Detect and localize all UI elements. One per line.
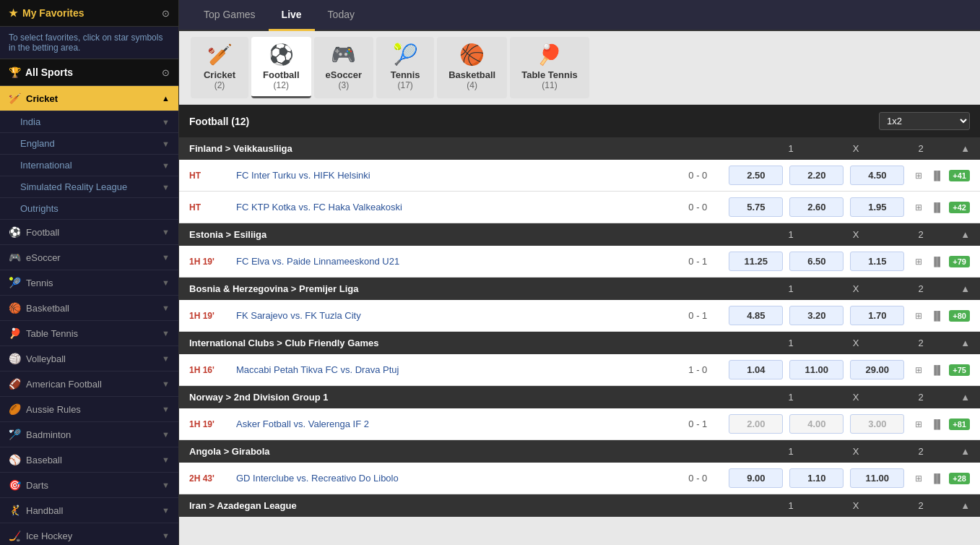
sidebar-item-american-football[interactable]: 🏈 American Football ▼ xyxy=(0,372,178,397)
sidebar-item-cricket[interactable]: 🏏 Cricket ▲ xyxy=(0,86,178,111)
odd2-button[interactable]: 29.00 xyxy=(850,360,904,379)
plus-markets-badge[interactable]: +80 xyxy=(949,310,970,322)
oddx-button[interactable]: 11.00 xyxy=(789,360,844,379)
bar-chart-icon[interactable]: ▐▌ xyxy=(928,169,946,182)
odd1-button[interactable]: 4.85 xyxy=(729,306,783,325)
oddx-button[interactable]: 6.50 xyxy=(789,252,844,271)
odd1-button[interactable]: 11.25 xyxy=(729,252,783,271)
sidebar-item-label: eSoccer xyxy=(26,252,61,263)
chevron-up-icon[interactable]: ▲ xyxy=(961,143,970,154)
plus-markets-badge[interactable]: +81 xyxy=(949,419,970,430)
plus-markets-badge[interactable]: +79 xyxy=(949,256,970,267)
oddx-button[interactable]: 2.20 xyxy=(789,166,844,185)
odd2-button[interactable]: 3.00 xyxy=(850,414,904,434)
plus-markets-badge[interactable]: +75 xyxy=(949,364,970,376)
chevron-up-icon[interactable]: ▲ xyxy=(961,446,970,457)
chevron-up-icon[interactable]: ▲ xyxy=(961,283,970,294)
handball-icon: 🤾 xyxy=(9,505,20,516)
sidebar-sub-srl[interactable]: Simulated Reality League ▼ xyxy=(0,176,178,198)
odd2-button[interactable]: 1.15 xyxy=(850,252,904,271)
sport-btn-cricket[interactable]: 🏏 Cricket (2) xyxy=(191,37,248,98)
bar-chart-icon[interactable]: ▐▌ xyxy=(928,364,946,377)
chevron-up-icon[interactable]: ▲ xyxy=(961,229,970,240)
sidebar-item-darts[interactable]: 🎯 Darts ▼ xyxy=(0,473,178,498)
all-sports-header[interactable]: 🏆 All Sports ⊙ xyxy=(0,59,178,86)
plus-markets-badge[interactable]: +42 xyxy=(949,202,970,213)
table-row: HT FC KTP Kotka vs. FC Haka Valkeakoski … xyxy=(179,192,980,223)
all-sports-expand-icon[interactable]: ⊙ xyxy=(162,67,170,78)
sidebar-item-label: Football xyxy=(26,227,59,238)
oddx-button[interactable]: 3.20 xyxy=(789,306,844,325)
sidebar-sub-outrights[interactable]: Outrights xyxy=(0,198,178,220)
odd2-button[interactable]: 11.00 xyxy=(850,468,904,488)
match-actions: ⊞ ▐▌ +28 xyxy=(912,472,970,485)
odds-select[interactable]: 1x2 Asian Handicap Over/Under xyxy=(879,112,970,130)
stats-icon[interactable]: ⊞ xyxy=(912,364,925,377)
basketball-icon: 🏀 xyxy=(9,302,20,314)
sidebar-item-baseball[interactable]: ⚾ Baseball ▼ xyxy=(0,447,178,473)
american-football-icon: 🏈 xyxy=(9,378,20,390)
chevron-down-icon: ▼ xyxy=(162,354,170,363)
stats-icon[interactable]: ⊞ xyxy=(912,309,925,322)
sidebar-item-label: Aussie Rules xyxy=(26,404,81,415)
stats-icon[interactable]: ⊞ xyxy=(912,472,925,485)
plus-markets-badge[interactable]: +28 xyxy=(949,473,970,484)
odds-buttons: 9.00 1.10 11.00 xyxy=(727,468,906,488)
sport-btn-tennis[interactable]: 🎾 Tennis (17) xyxy=(376,37,434,98)
bar-chart-icon[interactable]: ▐▌ xyxy=(928,255,946,268)
oddx-button[interactable]: 1.10 xyxy=(789,468,844,488)
chevron-up-icon[interactable]: ▲ xyxy=(961,392,970,403)
chevron-up-icon[interactable]: ▲ xyxy=(961,338,970,348)
aussie-rules-icon: 🏉 xyxy=(9,403,20,415)
sidebar-sub-india[interactable]: India ▼ xyxy=(0,111,178,133)
odd1-button[interactable]: 2.00 xyxy=(729,414,783,434)
sidebar-sub-international[interactable]: International ▼ xyxy=(0,155,178,176)
bar-chart-icon[interactable]: ▐▌ xyxy=(928,201,946,214)
oddx-button[interactable]: 2.60 xyxy=(789,197,844,217)
odd2-button[interactable]: 1.95 xyxy=(850,197,904,217)
stats-icon[interactable]: ⊞ xyxy=(912,418,925,431)
stats-icon[interactable]: ⊞ xyxy=(912,201,925,214)
tab-top-games[interactable]: Top Games xyxy=(191,0,269,31)
favorites-chevron-icon[interactable]: ⊙ xyxy=(162,8,170,19)
sidebar-item-volleyball[interactable]: 🏐 Volleyball ▼ xyxy=(0,346,178,372)
plus-markets-badge[interactable]: +41 xyxy=(949,170,970,181)
odd2-button[interactable]: 4.50 xyxy=(850,166,904,185)
stats-icon[interactable]: ⊞ xyxy=(912,169,925,182)
sidebar: ★ My Favorites ⊙ To select favorites, cl… xyxy=(0,0,179,545)
sport-btn-basketball[interactable]: 🏀 Basketball (4) xyxy=(437,37,507,98)
chevron-down-icon: ▼ xyxy=(162,140,170,148)
sport-btn-table-tennis[interactable]: 🏓 Table Tennis (11) xyxy=(510,37,589,98)
sidebar-item-handball[interactable]: 🤾 Handball ▼ xyxy=(0,498,178,523)
tab-live[interactable]: Live xyxy=(269,0,315,31)
sidebar-item-esoccer[interactable]: 🎮 eSoccer ▼ xyxy=(0,245,178,270)
oddx-button[interactable]: 4.00 xyxy=(789,414,844,434)
sidebar-item-tennis[interactable]: 🎾 Tennis ▼ xyxy=(0,270,178,296)
sidebar-item-badminton[interactable]: 🏸 Badminton ▼ xyxy=(0,422,178,447)
favorites-header[interactable]: ★ My Favorites ⊙ xyxy=(0,0,178,27)
odd1-button[interactable]: 9.00 xyxy=(729,468,783,488)
sidebar-item-label: Baseball xyxy=(26,455,62,465)
odd1-button[interactable]: 1.04 xyxy=(729,360,783,379)
sidebar-sub-england[interactable]: England ▼ xyxy=(0,133,178,155)
football-icon: ⚽ xyxy=(9,226,20,238)
sidebar-item-ice-hockey[interactable]: 🏒 Ice Hockey ▼ xyxy=(0,523,178,545)
sidebar-item-aussie-rules[interactable]: 🏉 Aussie Rules ▼ xyxy=(0,397,178,422)
odd1-button[interactable]: 5.75 xyxy=(729,197,783,217)
sidebar-item-basketball[interactable]: 🏀 Basketball ▼ xyxy=(0,296,178,321)
favorites-title: My Favorites xyxy=(22,7,84,19)
sidebar-item-football[interactable]: ⚽ Football ▼ xyxy=(0,220,178,245)
stats-icon[interactable]: ⊞ xyxy=(912,255,925,268)
odd1-button[interactable]: 2.50 xyxy=(729,166,783,185)
odd2-button[interactable]: 1.70 xyxy=(850,306,904,325)
bar-chart-icon[interactable]: ▐▌ xyxy=(928,472,946,485)
bar-chart-icon[interactable]: ▐▌ xyxy=(928,309,946,322)
tab-today[interactable]: Today xyxy=(315,0,368,31)
sidebar-item-table-tennis[interactable]: 🏓 Table Tennis ▼ xyxy=(0,321,178,346)
tennis-sport-icon: 🎾 xyxy=(393,43,418,66)
bar-chart-icon[interactable]: ▐▌ xyxy=(928,418,946,431)
main-content: Top Games Live Today 🏏 Cricket (2) ⚽ Foo… xyxy=(179,0,980,545)
chevron-up-icon[interactable]: ▲ xyxy=(961,500,970,511)
sport-btn-esoccer[interactable]: 🎮 eSoccer (3) xyxy=(314,37,374,98)
sport-btn-football[interactable]: ⚽ Football (12) xyxy=(251,37,311,98)
